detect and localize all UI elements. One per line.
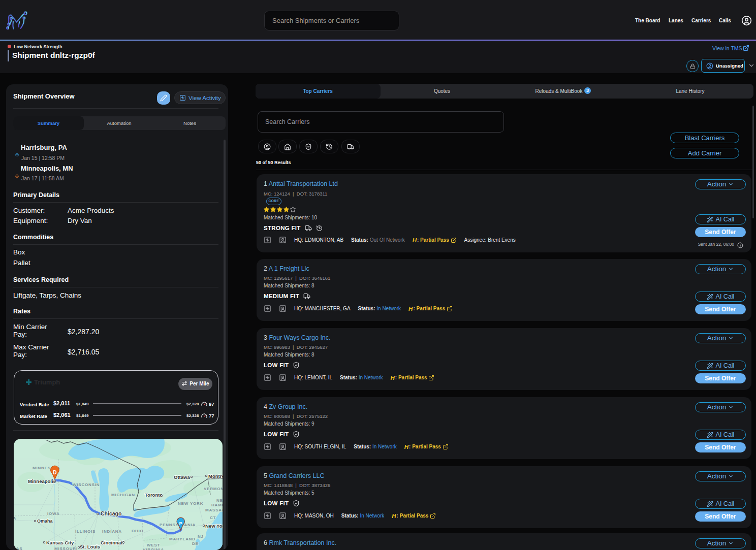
svg-text:MISSOURI: MISSOURI: [54, 546, 78, 550]
svg-text:NEW YORK: NEW YORK: [178, 501, 203, 506]
svg-text:WISCONSIN: WISCONSIN: [73, 482, 100, 487]
svg-text:ILLINOIS: ILLINOIS: [75, 529, 96, 534]
svg-text:Kansas City: Kansas City: [46, 540, 74, 545]
svg-text:Toronto: Toronto: [145, 492, 163, 498]
svg-text:VIRGINIA: VIRGINIA: [143, 547, 164, 550]
svg-text:MASSACH: MASSACH: [205, 508, 223, 512]
svg-text:WEST: WEST: [147, 543, 160, 547]
svg-text:St. Louis: St. Louis: [80, 544, 100, 549]
svg-text:Ottawa: Ottawa: [174, 474, 190, 480]
svg-text:NJ: NJ: [198, 534, 204, 539]
svg-text:Omaha: Omaha: [37, 519, 53, 524]
svg-text:MARYLAND: MARYLAND: [169, 537, 196, 541]
svg-text:Cincinnati: Cincinnati: [101, 540, 124, 545]
svg-text:IOWA: IOWA: [47, 511, 60, 516]
svg-text:DE: DE: [192, 541, 199, 546]
svg-text:CT: CT: [210, 515, 216, 520]
svg-text:KA: KA: [14, 516, 16, 521]
svg-text:MICHIGAN: MICHIGAN: [111, 493, 135, 497]
svg-text:NE: NE: [216, 498, 223, 503]
svg-text:OHIO: OHIO: [132, 529, 144, 533]
svg-text:Montre: Montre: [208, 473, 223, 479]
svg-text:P: P: [179, 521, 183, 526]
svg-text:INDIANA: INDIANA: [102, 529, 122, 534]
svg-text:D: D: [53, 469, 57, 475]
svg-text:Chicago: Chicago: [101, 510, 121, 516]
svg-text:Minneapolis: Minneapolis: [28, 478, 56, 484]
svg-text:New Yor: New Yor: [205, 523, 223, 529]
svg-text:VERMONT: VERMONT: [204, 487, 223, 491]
svg-text:NSAS: NSAS: [14, 546, 22, 550]
svg-text:HAMPS: HAMPS: [211, 503, 223, 507]
